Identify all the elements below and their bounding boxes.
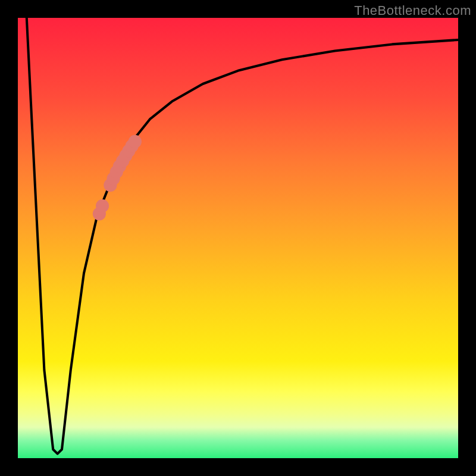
- bottleneck-curve: [27, 18, 458, 454]
- curve-marker: [129, 135, 142, 148]
- curve-marker: [96, 199, 109, 212]
- curve-layer: [18, 18, 458, 458]
- watermark-text: TheBottleneck.com: [354, 3, 471, 18]
- curve-markers: [93, 135, 142, 221]
- chart-root: TheBottleneck.com: [0, 0, 476, 476]
- plot-area: [18, 18, 458, 458]
